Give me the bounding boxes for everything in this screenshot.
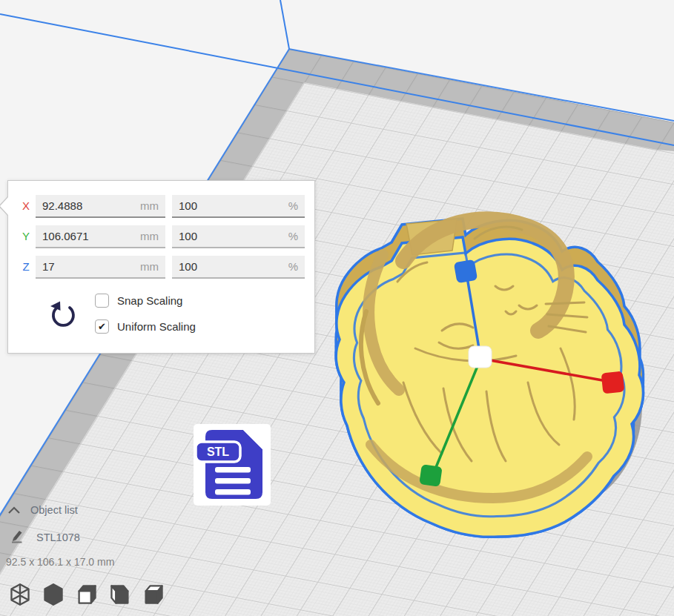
object-list-header[interactable]: Object list: [7, 504, 78, 516]
scale-y-percent-field: %: [172, 225, 305, 248]
scale-z-percent-field: %: [172, 256, 305, 279]
cube-solid-icon: [43, 583, 64, 606]
stl-file-icon: STL: [193, 423, 271, 507]
scale-y-percent-input[interactable]: [172, 225, 305, 247]
scale-y-mm-field: mm: [36, 225, 165, 248]
object-name: STL1078: [36, 531, 80, 543]
view-top-button[interactable]: [76, 583, 98, 606]
cube-3d-wireframe-icon: [10, 583, 30, 606]
view-right-button[interactable]: [142, 583, 165, 606]
axis-y-label: Y: [18, 230, 34, 242]
scale-z-mm-input[interactable]: [36, 256, 165, 277]
cura-viewport-window: STL X mm % Y mm % Z mm %: [0, 0, 674, 616]
uniform-scaling-label: Uniform Scaling: [117, 320, 196, 333]
stl-badge-label: STL: [207, 446, 229, 458]
scale-handle-z[interactable]: [454, 259, 478, 283]
snap-scaling-checkbox[interactable]: [95, 294, 109, 308]
axis-z-label: Z: [18, 260, 34, 273]
scale-tool-panel: X mm % Y mm % Z mm %: [7, 180, 315, 354]
selected-model-size: 92.5 x 106.1 x 17.0 mm: [6, 556, 114, 568]
axis-x-label: X: [18, 199, 34, 212]
uniform-scaling-checkbox[interactable]: ✔: [95, 319, 109, 334]
scale-handle-x[interactable]: [601, 371, 625, 394]
cube-front-face-icon: [76, 583, 97, 606]
snap-scaling-label: Snap Scaling: [117, 294, 182, 307]
snap-scaling-checkbox-row[interactable]: Snap Scaling: [95, 294, 182, 308]
scale-handle-center[interactable]: [469, 346, 492, 368]
scale-x-mm-field: mm: [36, 195, 165, 218]
reset-scale-button[interactable]: [47, 298, 78, 332]
object-list-item[interactable]: STL1078: [10, 529, 80, 543]
scale-x-mm-input[interactable]: [36, 195, 165, 216]
scale-handle-y[interactable]: [419, 464, 442, 487]
pencil-icon: [10, 529, 24, 543]
scale-z-percent-input[interactable]: [172, 256, 305, 277]
model-cat-mold[interactable]: [336, 219, 643, 537]
uniform-scaling-checkbox-row[interactable]: ✔ Uniform Scaling: [95, 319, 196, 334]
scale-x-percent-field: %: [172, 195, 305, 218]
cube-left-face-icon: [110, 583, 130, 606]
view-preset-toolbar: [9, 583, 165, 606]
object-list-title: Object list: [30, 504, 78, 516]
cube-top-face-icon: [143, 583, 164, 606]
scale-y-mm-input[interactable]: [36, 225, 165, 247]
view-3d-button[interactable]: [9, 583, 31, 606]
scale-z-mm-field: mm: [36, 256, 165, 279]
scale-x-percent-input[interactable]: [172, 195, 305, 216]
view-front-button[interactable]: [42, 583, 65, 606]
reset-icon: [47, 298, 78, 332]
view-left-button[interactable]: [109, 583, 131, 606]
chevron-up-icon: [7, 506, 21, 514]
